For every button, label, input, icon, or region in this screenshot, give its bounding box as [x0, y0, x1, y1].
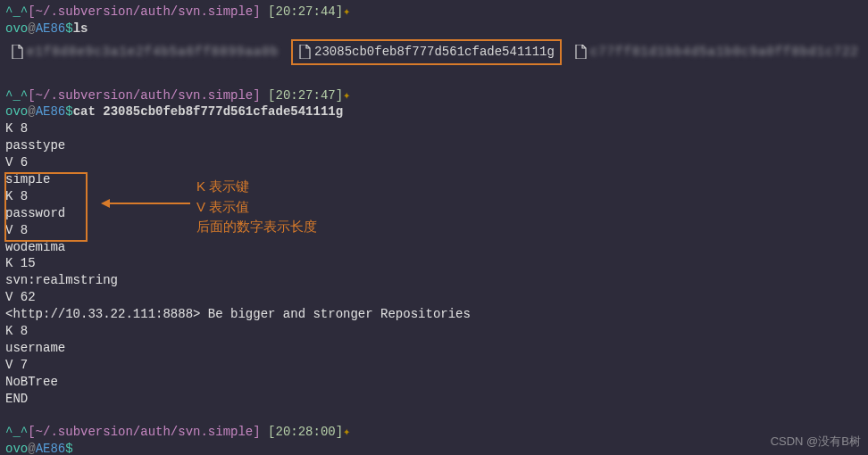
prompt-line-3: ^_^[~/.subversion/auth/svn.simple] [20:2… — [5, 424, 863, 441]
prompt-time: [20:27:44] — [268, 4, 343, 19]
output-line: END — [5, 391, 863, 408]
cmd-ls: ls — [73, 21, 88, 36]
ls-filename: e1f8d8e9c3a1e2f4b5a6ff8899aa0b — [27, 44, 279, 61]
output-line: V 7 — [5, 357, 863, 374]
prompt-host: AE86 — [36, 104, 66, 119]
prompt-at: @ — [28, 442, 35, 455]
ls-filename: c77ff81d1bb4d5a1b0c9a0ff8bd1c722 — [590, 44, 859, 61]
file-icon — [574, 45, 587, 59]
file-icon — [11, 45, 23, 59]
prompt-prefix: ^_^ — [5, 425, 28, 439]
prompt-path: [~/.subversion/auth/svn.simple] — [28, 425, 260, 439]
prompt-host: AE86 — [36, 442, 66, 455]
prompt-prefix: ^_^ — [5, 88, 28, 103]
prompt-diamond: ✦ — [343, 88, 350, 103]
output-line: NoBTree — [5, 374, 863, 391]
output-line: K 8 — [5, 120, 863, 137]
prompt-sep: $ — [65, 104, 72, 119]
watermark: CSDN @没有B树 — [771, 434, 861, 450]
ls-output: e1f8d8e9c3a1e2f4b5a6ff8899aa0b 23085cb0f… — [5, 39, 863, 65]
prompt-time: [20:27:47] — [268, 88, 343, 103]
cmd-cat: cat 23085cb0feb8f777d561cfade541111g — [73, 104, 343, 119]
output-line: K 15 — [5, 255, 863, 272]
prompt-host: AE86 — [36, 21, 66, 36]
blank-line — [5, 407, 863, 424]
output-line: passtype — [5, 137, 863, 154]
prompt-diamond: ✦ — [343, 425, 350, 439]
output-line: wodemima — [5, 239, 863, 256]
prompt-sep: $ — [65, 21, 72, 36]
prompt-user: ovo — [5, 21, 28, 36]
prompt-at: @ — [28, 21, 35, 36]
output-line: V 62 — [5, 289, 863, 306]
output-line: V 8 — [5, 222, 863, 239]
prompt-cmd-2: ovo@AE86$cat 23085cb0feb8f777d561cfade54… — [5, 103, 863, 120]
prompt-user: ovo — [5, 442, 28, 455]
output-line: password — [5, 205, 863, 222]
prompt-line-1: ^_^[~/.subversion/auth/svn.simple] [20:2… — [5, 4, 863, 21]
ls-filename: 23085cb0feb8f777d561cfade541111g — [314, 44, 555, 61]
output-line: <http://10.33.22.111:8888> Be bigger and… — [5, 306, 863, 323]
ls-item-1: e1f8d8e9c3a1e2f4b5a6ff8899aa0b — [5, 41, 284, 63]
prompt-line-2: ^_^[~/.subversion/auth/svn.simple] [20:2… — [5, 87, 863, 104]
prompt-path: [~/.subversion/auth/svn.simple] — [28, 88, 260, 103]
output-line: V 6 — [5, 154, 863, 171]
output-line: svn:realmstring — [5, 272, 863, 289]
prompt-cmd-1: ovo@AE86$ls — [5, 21, 863, 37]
prompt-at: @ — [28, 104, 35, 119]
output-line: K 8 — [5, 323, 863, 340]
blank-line — [5, 70, 863, 87]
prompt-cmd-3[interactable]: ovo@AE86$ — [5, 441, 863, 455]
output-line: username — [5, 340, 863, 357]
file-icon — [298, 45, 311, 59]
output-line: K 8 — [5, 188, 863, 205]
ls-item-2-highlighted: 23085cb0feb8f777d561cfade541111g — [291, 39, 562, 65]
ls-item-3: c77ff81d1bb4d5a1b0c9a0ff8bd1c722 — [569, 41, 864, 63]
prompt-sep: $ — [65, 442, 72, 455]
prompt-path: [~/.subversion/auth/svn.simple] — [28, 4, 260, 19]
prompt-diamond: ✦ — [343, 4, 350, 19]
prompt-time: [20:28:00] — [268, 425, 343, 439]
prompt-prefix: ^_^ — [5, 4, 28, 19]
output-line: simple — [5, 171, 863, 188]
prompt-user: ovo — [5, 104, 28, 119]
